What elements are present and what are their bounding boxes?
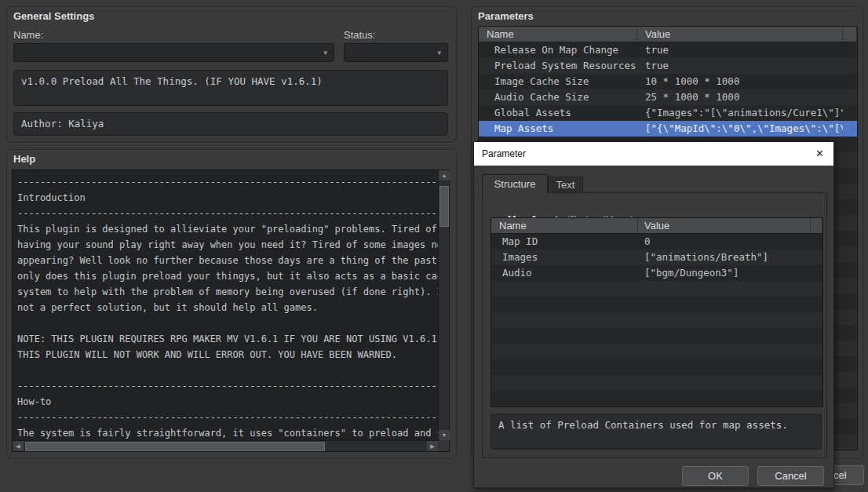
column-header-name: Name: [491, 218, 638, 233]
empty-row: [491, 375, 822, 391]
structure-table-body: Map ID0Images["animations/Breath"]Audio[…: [491, 234, 822, 406]
param-value-cell: ["animations/Breath"]: [638, 250, 811, 265]
tab-text[interactable]: Text: [548, 177, 583, 193]
param-name-cell: Map Assets: [479, 121, 637, 137]
help-textarea[interactable]: ----------------------------------------…: [12, 169, 450, 452]
help-title: Help: [13, 153, 35, 165]
param-name-cell: Audio: [491, 265, 638, 281]
param-name-cell: Global Assets: [479, 105, 637, 121]
status-label: Status:: [344, 29, 375, 41]
param-name-cell: Preload System Resources: [479, 58, 637, 74]
parameter-dialog: Parameter ✕ Structure Text Map Assets (P…: [473, 141, 834, 488]
column-header-value: Value: [638, 218, 811, 233]
param-name-cell: Image Cache Size: [479, 74, 637, 89]
plugin-name-select[interactable]: Aetherflow_PreloadEverything ▼: [13, 43, 334, 62]
tab-structure[interactable]: Structure: [482, 174, 548, 193]
chevron-down-icon: ▼: [323, 45, 327, 62]
chevron-down-icon: ▼: [437, 45, 441, 62]
ok-button[interactable]: OK: [682, 466, 749, 486]
param-name-cell: Audio Cache Size: [479, 89, 637, 105]
scrollbar-corner: [438, 440, 449, 451]
column-header-extra: [843, 27, 857, 42]
parameters-table-header: Name Value: [479, 27, 857, 42]
param-value-cell: {"Images":"[\"animations/Cure1\"]"···: [637, 105, 843, 121]
param-name-cell: Images: [491, 250, 638, 265]
name-label: Name:: [13, 29, 43, 41]
parameter-row[interactable]: Images["animations/Breath"]: [491, 250, 822, 265]
param-value-cell: ["{\"MapId\":\"0\",\"Images\":\"[\···: [637, 121, 843, 137]
dialog-titlebar: Parameter ✕: [474, 142, 833, 166]
structure-table-header: Name Value: [491, 218, 822, 234]
help-text: ----------------------------------------…: [13, 170, 438, 440]
column-header-name: Name: [479, 27, 637, 42]
plugin-description-box: v1.0.0 Preload All The Things. (IF YOU H…: [13, 70, 448, 106]
scroll-up-icon[interactable]: ▲: [439, 170, 450, 180]
param-name-cell: Map ID: [491, 234, 638, 250]
plugin-author-box: Author: Kaliya: [13, 112, 448, 136]
param-value-cell: 0: [638, 234, 811, 250]
scroll-right-icon[interactable]: ▶: [427, 441, 438, 451]
param-name-cell: Release On Map Change: [479, 42, 637, 58]
vertical-scroll-thumb[interactable]: [439, 186, 449, 227]
param-value-cell: true: [637, 42, 843, 58]
general-settings-title: General Settings: [13, 10, 94, 22]
empty-row: [491, 297, 822, 312]
parameter-row[interactable]: Map ID0: [491, 234, 822, 250]
empty-row: [491, 312, 822, 328]
parameter-row[interactable]: Audio["bgm/Dungeon3"]: [491, 265, 822, 281]
empty-row: [491, 281, 822, 297]
structure-tab-content: Map Assets (PreloadMaps): Name Value Map…: [482, 192, 827, 458]
column-header-extra: [811, 218, 822, 233]
column-header-value: Value: [637, 27, 843, 42]
cancel-button[interactable]: Cancel: [757, 466, 824, 486]
help-panel: Help -----------------------------------…: [6, 149, 457, 459]
parameter-row[interactable]: Global Assets{"Images":"[\"animations/Cu…: [479, 105, 857, 121]
close-icon[interactable]: ✕: [815, 142, 824, 166]
dialog-title: Parameter: [482, 142, 526, 166]
empty-row: [491, 359, 822, 375]
empty-row: [491, 344, 822, 359]
structure-table: Name Value Map ID0Images["animations/Bre…: [491, 217, 823, 407]
scroll-down-icon[interactable]: ▼: [439, 430, 450, 440]
parameter-row[interactable]: Audio Cache Size25 * 1000 * 1000: [479, 89, 857, 105]
empty-row: [491, 328, 822, 344]
general-settings-panel: General Settings Name: Aetherflow_Preloa…: [6, 6, 457, 143]
param-value-cell: 10 * 1000 * 1000: [637, 74, 843, 89]
status-select[interactable]: ON ▼: [344, 43, 448, 62]
param-value-cell: true: [637, 58, 843, 74]
help-vertical-scrollbar[interactable]: ▲ ▼: [438, 170, 449, 440]
parameter-description-box: A list of Preload Containers used for ma…: [491, 414, 822, 450]
parameter-row[interactable]: Map Assets["{\"MapId\":\"0\",\"Images\":…: [479, 121, 857, 137]
help-horizontal-scrollbar[interactable]: ◀ ▶: [13, 440, 438, 451]
scroll-left-icon[interactable]: ◀: [13, 441, 24, 451]
parameter-row[interactable]: Release On Map Changetrue: [479, 42, 857, 58]
param-value-cell: ["bgm/Dungeon3"]: [638, 265, 811, 281]
horizontal-scroll-thumb[interactable]: [25, 442, 325, 451]
empty-row: [491, 391, 822, 406]
parameter-row[interactable]: Image Cache Size10 * 1000 * 1000: [479, 74, 857, 89]
param-value-cell: 25 * 1000 * 1000: [637, 89, 843, 105]
parameter-row[interactable]: Preload System Resourcestrue: [479, 58, 857, 74]
parameters-title: Parameters: [478, 10, 534, 22]
